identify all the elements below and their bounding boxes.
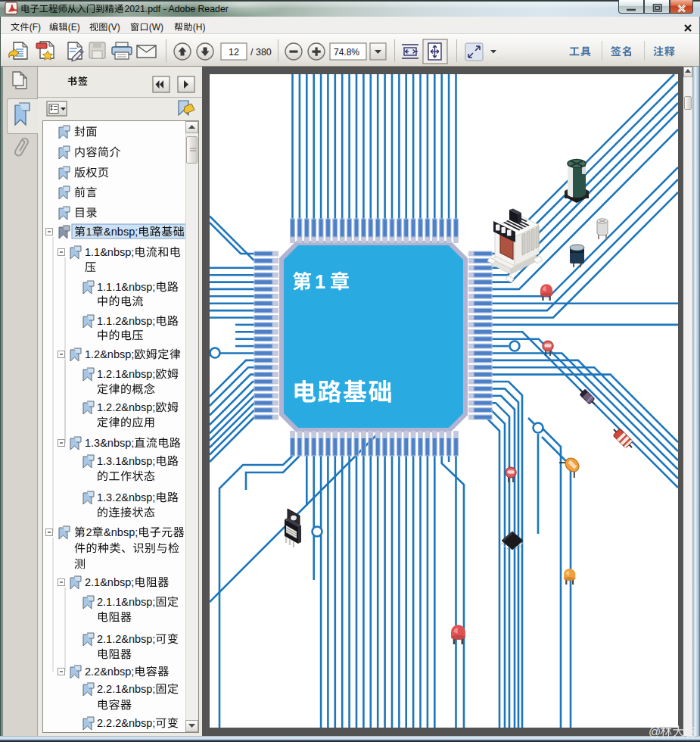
svg-text:1: 1	[315, 271, 325, 292]
